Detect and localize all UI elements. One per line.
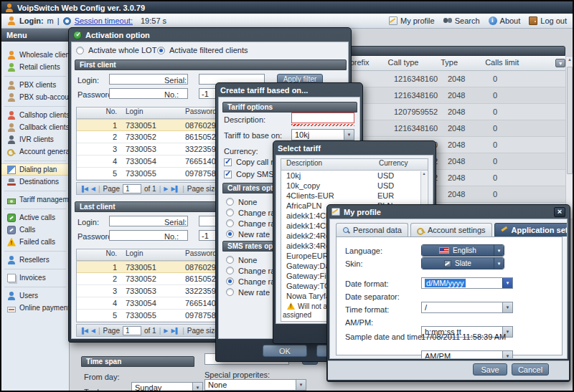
- tariff-row[interactable]: 10k_copy USD: [281, 181, 428, 191]
- next-page-icon[interactable]: ▶: [164, 328, 168, 334]
- radio-icon[interactable]: [226, 288, 234, 296]
- topbar-action[interactable]: Log out: [529, 16, 567, 25]
- sidebar-item[interactable]: Tariff management: [1, 193, 69, 206]
- activate-whole-lot-radio[interactable]: Activate whole LOT: [76, 46, 156, 54]
- chevron-down-icon[interactable]: ▼: [296, 380, 306, 390]
- tariff-base-select[interactable]: 10kj ▼: [291, 129, 354, 140]
- grid-header-menu-button[interactable]: ▼: [555, 59, 565, 67]
- sidebar-item[interactable]: PBX clients: [1, 79, 69, 91]
- checkbox-icon[interactable]: [224, 158, 232, 166]
- topbar-action[interactable]: About: [489, 16, 521, 25]
- last-login-label: Login:: [77, 218, 99, 226]
- save-button[interactable]: Save: [473, 363, 507, 376]
- tariff-row[interactable]: 10kj USD: [281, 171, 428, 181]
- sidebar-item[interactable]: Wholesale clients: [1, 49, 69, 61]
- topbar-action[interactable]: Search: [443, 16, 480, 25]
- sidebar-item[interactable]: Destinations: [1, 176, 69, 188]
- chevron-down-icon[interactable]: ▼: [494, 258, 504, 269]
- scroll-up-icon[interactable]: ▲: [566, 57, 573, 62]
- my-profile-titlebar[interactable]: My profile ×: [329, 205, 568, 219]
- radio-icon[interactable]: [226, 267, 234, 274]
- sidebar-item[interactable]: Callback clients: [1, 121, 69, 133]
- col-type[interactable]: Type: [438, 56, 482, 70]
- first-page-icon[interactable]: ▐◀: [80, 328, 88, 334]
- chevron-down-icon[interactable]: ▼: [192, 383, 202, 391]
- radio-icon[interactable]: [226, 219, 234, 227]
- col-call-type[interactable]: Call type: [385, 56, 438, 70]
- radio-icon[interactable]: [226, 198, 234, 206]
- col-calls-limit[interactable]: Calls limit: [482, 56, 555, 70]
- sidebar-item[interactable]: Account generation: [1, 145, 69, 158]
- page-number-input[interactable]: 1: [123, 184, 141, 193]
- validation-error-underline: [291, 124, 354, 126]
- tariff-row[interactable]: 4Clients-EUR EUR: [281, 191, 428, 201]
- topbar-action[interactable]: My profile: [389, 16, 435, 25]
- topbar-action-icon: [529, 16, 537, 25]
- chevron-down-icon[interactable]: ▼: [344, 130, 354, 140]
- last-page-icon[interactable]: ▶▌: [171, 186, 179, 192]
- cancel-button[interactable]: Cancel: [512, 363, 549, 376]
- grid-vertical-scrollbar[interactable]: ▲: [565, 56, 573, 219]
- sidebar-item[interactable]: Invoices: [1, 272, 69, 284]
- sidebar-item[interactable]: Online payments: [1, 302, 69, 314]
- activation-dialog-titlebar[interactable]: Activation option: [71, 28, 349, 42]
- first-page-icon[interactable]: ▐◀: [80, 186, 88, 192]
- close-icon[interactable]: ×: [554, 207, 565, 217]
- scrollbar-thumb[interactable]: [567, 67, 573, 174]
- prev-page-icon[interactable]: ◀: [91, 328, 95, 334]
- radio-icon[interactable]: [226, 230, 234, 238]
- profile-tab[interactable]: Application settings: [494, 223, 568, 236]
- sidebar-item[interactable]: Callshop clients: [1, 109, 69, 121]
- sidebar-item[interactable]: Calls: [1, 224, 69, 236]
- ampm-select[interactable]: AM/PM ▼: [421, 350, 513, 359]
- sidebar-item[interactable]: Failed calls: [1, 236, 69, 248]
- sidebar-item[interactable]: PBX sub-accounts: [1, 91, 69, 103]
- radio-icon[interactable]: [226, 256, 234, 264]
- from-day-select[interactable]: Sunday ▼: [131, 382, 203, 391]
- sidebar-item[interactable]: Retail clients: [1, 61, 69, 73]
- select-tariff-titlebar[interactable]: Select tariff: [276, 141, 433, 155]
- sidebar-item-icon: [7, 93, 16, 102]
- sidebar-item[interactable]: Active calls: [1, 211, 69, 224]
- ok-button[interactable]: OK: [263, 345, 307, 357]
- prev-page-icon[interactable]: ◀: [91, 186, 95, 192]
- description-input[interactable]: [291, 113, 354, 123]
- checkbox-icon[interactable]: [224, 171, 232, 178]
- last-page-icon[interactable]: ▶▌: [171, 328, 179, 334]
- radio-icon[interactable]: [226, 277, 234, 285]
- profile-tab[interactable]: Personal data: [336, 223, 408, 236]
- date-separator-select[interactable]: / ▼: [421, 302, 513, 313]
- scroll-up-icon[interactable]: ▲: [421, 171, 427, 176]
- chevron-down-icon[interactable]: ▼: [502, 302, 512, 312]
- last-no-label: No.:: [164, 232, 179, 241]
- next-page-icon[interactable]: ▶: [164, 186, 168, 192]
- sidebar-item[interactable]: Resellers: [1, 254, 69, 266]
- chevron-down-icon[interactable]: ▼: [502, 351, 512, 359]
- skin-select[interactable]: Slate ▼: [421, 257, 504, 269]
- time-format-label: Time format:: [345, 305, 389, 314]
- sidebar-item[interactable]: Dialing plan: [1, 163, 69, 176]
- special-properties-select[interactable]: None ▼: [204, 379, 306, 391]
- flag-icon: [439, 247, 449, 254]
- create-tariff-titlebar[interactable]: Create tariff based on...: [218, 83, 360, 97]
- page-number-input[interactable]: 1: [123, 326, 141, 335]
- radio-icon[interactable]: [76, 47, 84, 54]
- radio-icon[interactable]: [226, 209, 234, 216]
- sidebar-item[interactable]: IVR clients: [1, 133, 69, 145]
- activate-filtered-clients-radio[interactable]: Activate filtered clients: [157, 46, 248, 54]
- sidebar-item-icon: [7, 292, 16, 300]
- tariff-options-section-header: Tariff options: [222, 102, 357, 113]
- sidebar-item-icon: [7, 178, 16, 186]
- session-timeout-link[interactable]: Session timeout:: [75, 16, 133, 25]
- sidebar-item[interactable]: Users: [1, 290, 69, 302]
- profile-tab[interactable]: Account settings: [410, 223, 492, 236]
- language-select[interactable]: English ▼: [421, 244, 504, 257]
- chevron-down-icon[interactable]: ▼: [502, 278, 512, 288]
- chevron-down-icon[interactable]: ▼: [494, 245, 504, 256]
- session-timeout-value: 19:57 s: [141, 16, 166, 25]
- radio-icon[interactable]: [157, 47, 165, 54]
- date-format-select[interactable]: d/MM/yyyy ▼: [421, 277, 513, 289]
- sidebar-menu-header: Menu: [1, 29, 69, 42]
- sidebar-item-icon: [7, 226, 16, 234]
- sidebar-item-icon: [7, 214, 16, 222]
